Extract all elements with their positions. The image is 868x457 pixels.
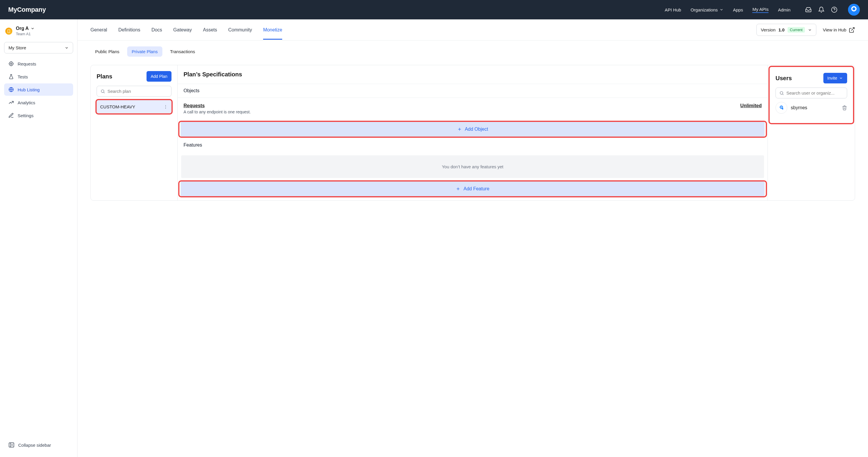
svg-point-4 <box>852 7 856 10</box>
view-in-hub[interactable]: View in Hub <box>823 27 855 33</box>
layout: Org A Team A1 My Store Requests Tests Hu… <box>0 20 868 457</box>
version-select[interactable]: Version 1.0 Current <box>756 24 816 36</box>
collapse-label: Collapse sidebar <box>18 443 51 448</box>
add-feature-button[interactable]: Add Feature <box>181 182 765 196</box>
store-label: My Store <box>8 45 26 50</box>
plans-header: Plans Add Plan <box>97 71 172 82</box>
highlight-users: Users Invite <box>770 67 853 123</box>
globe-icon <box>8 87 14 93</box>
bell-icon[interactable] <box>818 6 825 13</box>
svg-point-37 <box>782 108 783 110</box>
sidebar-item-analytics[interactable]: Analytics <box>4 96 73 109</box>
plan-search-input[interactable] <box>107 89 168 94</box>
search-icon <box>100 89 105 94</box>
collapse-sidebar[interactable]: Collapse sidebar <box>4 438 73 452</box>
subtabs-right: Version 1.0 Current View in Hub <box>756 24 855 36</box>
plan-item[interactable]: CUSTOM-HEAVY <box>97 100 172 113</box>
team-name: Team A1 <box>16 32 35 36</box>
user-name: sbyrnes <box>791 105 807 111</box>
object-desc: A call to any endpoint is one request. <box>184 110 251 114</box>
chevron-down-icon <box>839 76 843 80</box>
help-icon[interactable] <box>831 6 837 13</box>
invite-button[interactable]: Invite <box>824 73 847 83</box>
nav-apps[interactable]: Apps <box>733 7 743 12</box>
chevron-down-icon <box>719 8 723 12</box>
org-icon <box>5 28 12 35</box>
store-select[interactable]: My Store <box>4 42 73 54</box>
nav-my-apis[interactable]: My APIs <box>752 7 769 13</box>
nav-admin[interactable]: Admin <box>778 7 790 12</box>
trash-icon[interactable] <box>842 105 847 111</box>
side-menu: Requests Tests Hub Listing Analytics Set… <box>4 58 73 122</box>
tab-docs[interactable]: Docs <box>152 20 162 40</box>
target-icon <box>8 61 14 67</box>
users-inner: Users Invite <box>770 67 853 123</box>
pill-private-plans[interactable]: Private Plans <box>127 47 162 57</box>
sidebar-item-label: Settings <box>18 113 33 118</box>
tab-assets[interactable]: Assets <box>203 20 217 40</box>
plans-title: Plans <box>97 73 112 80</box>
object-value[interactable]: Unlimited <box>740 103 762 114</box>
user-search-input[interactable] <box>786 90 843 95</box>
org-selector[interactable]: Org A Team A1 <box>4 25 73 40</box>
nav-api-hub[interactable]: API Hub <box>665 7 681 12</box>
content: Plans Add Plan CUSTOM-HEAVY <box>78 63 868 212</box>
topbar: MyCompany API Hub Organizations Apps My … <box>0 0 868 20</box>
pill-transactions[interactable]: Transactions <box>165 47 200 57</box>
object-label[interactable]: Requests <box>184 103 251 109</box>
subtabs: General Definitions Docs Gateway Assets … <box>78 20 868 40</box>
add-feature-label: Add Feature <box>463 186 489 191</box>
plans-panel: Plans Add Plan CUSTOM-HEAVY <box>91 65 178 200</box>
sidebar-item-hub-listing[interactable]: Hub Listing <box>4 83 73 96</box>
tab-general[interactable]: General <box>90 20 107 40</box>
svg-point-30 <box>780 91 783 94</box>
users-header: Users Invite <box>775 73 847 83</box>
object-row-requests: Requests A call to any endpoint is one r… <box>178 97 768 120</box>
svg-point-5 <box>855 11 858 13</box>
highlight-plan: CUSTOM-HEAVY <box>97 100 172 113</box>
user-avatar[interactable] <box>848 4 860 16</box>
svg-point-25 <box>165 108 166 109</box>
svg-point-21 <box>101 90 104 92</box>
topnav-icons <box>805 4 860 16</box>
pill-public-plans[interactable]: Public Plans <box>90 47 124 57</box>
sidebar: Org A Team A1 My Store Requests Tests Hu… <box>0 20 78 457</box>
nav-organizations[interactable]: Organizations <box>691 7 724 12</box>
features-title: Features <box>178 138 768 152</box>
highlight-add-object: Add Object <box>179 122 766 136</box>
spec-title: Plan’s Specifications <box>178 65 768 84</box>
sidebar-item-tests[interactable]: Tests <box>4 70 73 83</box>
sidebar-item-settings[interactable]: Settings <box>4 109 73 122</box>
columns: Plans Add Plan CUSTOM-HEAVY <box>90 65 855 201</box>
org-name: Org A <box>16 26 29 31</box>
inbox-icon[interactable] <box>805 6 812 13</box>
sidebar-item-requests[interactable]: Requests <box>4 58 73 70</box>
objects-title: Objects <box>178 84 768 97</box>
version-badge: Current <box>787 27 805 33</box>
add-plan-button[interactable]: Add Plan <box>147 71 172 82</box>
tab-definitions[interactable]: Definitions <box>118 20 141 40</box>
svg-point-36 <box>781 106 782 108</box>
add-object-button[interactable]: Add Object <box>181 122 765 136</box>
tab-gateway[interactable]: Gateway <box>173 20 192 40</box>
tab-community[interactable]: Community <box>228 20 252 40</box>
plan-name: CUSTOM-HEAVY <box>100 104 135 109</box>
kebab-icon[interactable] <box>163 104 168 109</box>
sidebar-item-label: Hub Listing <box>18 87 40 92</box>
collapse-icon <box>8 442 15 448</box>
pencil-icon <box>8 113 14 118</box>
user-search[interactable] <box>775 88 847 98</box>
main: General Definitions Docs Gateway Assets … <box>78 20 868 457</box>
svg-rect-6 <box>8 29 10 33</box>
users-title: Users <box>775 75 792 82</box>
highlight-add-feature: Add Feature <box>179 182 766 196</box>
external-link-icon <box>848 27 855 33</box>
sidebar-item-label: Tests <box>18 74 28 79</box>
user-row: sbyrnes <box>775 98 847 117</box>
version-value: 1.0 <box>778 27 785 32</box>
brand: MyCompany <box>8 6 46 13</box>
tab-monetize[interactable]: Monetize <box>263 20 282 40</box>
plan-search[interactable] <box>97 86 172 97</box>
svg-line-22 <box>104 92 104 93</box>
users-panel: Users Invite <box>768 65 855 200</box>
